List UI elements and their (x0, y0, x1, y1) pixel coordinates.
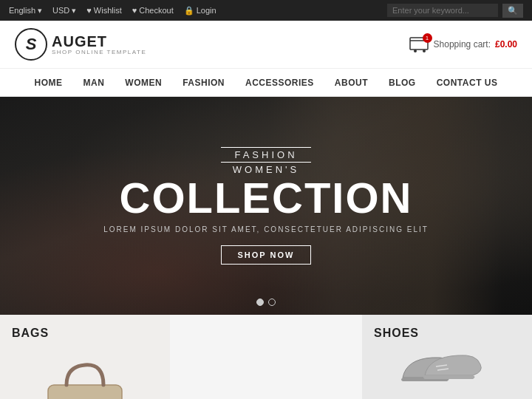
hero-section: FASHION WOMEN'S COLLECTION LOREM IPSUM D… (0, 97, 532, 315)
nav-man[interactable]: MAN (83, 78, 105, 88)
search-button[interactable]: 🔍 (502, 4, 523, 18)
belt-image (192, 386, 340, 399)
top-bar-right: 🔍 (387, 4, 523, 18)
cart-area[interactable]: 1 Shopping cart: £0.00 (409, 36, 517, 52)
nav-home[interactable]: HOME (35, 78, 63, 88)
hero-dot-1[interactable] (256, 299, 264, 306)
hero-title: COLLECTION (103, 177, 429, 219)
cart-icon: 1 (409, 36, 429, 52)
brand-name: AUGET (52, 33, 146, 50)
hero-description: LOREM IPSUM DOLOR SIT AMET, CONSECTETUER… (103, 225, 429, 233)
nav-contact[interactable]: CONTACT US (437, 78, 498, 88)
checkout-link[interactable]: ♥ Checkout (132, 6, 174, 15)
hero-content: FASHION WOMEN'S COLLECTION LOREM IPSUM D… (103, 147, 429, 265)
cart-label: Shopping cart: (434, 39, 491, 50)
lock-icon: 🔒 (184, 6, 194, 16)
product-bags[interactable]: BAGS (0, 315, 170, 399)
nav-blog[interactable]: BLOG (389, 78, 416, 88)
login-link[interactable]: 🔒 Login (184, 6, 216, 16)
main-nav: HOME MAN WOMEN FASHION ACCESSORIES ABOUT… (0, 69, 532, 97)
wishlist-link[interactable]: ♥ Wishlist (86, 6, 121, 15)
svg-point-2 (423, 50, 426, 52)
currency-label: USD (52, 6, 69, 15)
currency-selector[interactable]: USD ▾ (52, 6, 76, 16)
hero-pagination (256, 299, 276, 306)
svg-rect-3 (48, 385, 122, 399)
nav-women[interactable]: WOMEN (125, 78, 162, 88)
language-label: English (9, 6, 35, 15)
hero-dot-2[interactable] (268, 299, 276, 306)
checkout-icon: ♥ (132, 6, 137, 15)
bags-image (26, 344, 144, 399)
logo[interactable]: S AUGET SHOP ONLINE TEMPLATE (15, 28, 146, 61)
brand-tagline: SHOP ONLINE TEMPLATE (52, 50, 146, 56)
hero-cta-button[interactable]: SHOP NOW (221, 245, 312, 265)
cart-amount: £0.00 (495, 39, 517, 50)
product-belt[interactable]: BELT FOR MEN (170, 315, 362, 399)
shoes-label: SHOES (374, 327, 419, 340)
nav-fashion[interactable]: FASHION (183, 78, 225, 88)
bags-label: BAGS (12, 327, 49, 340)
currency-chevron-icon: ▾ (72, 6, 76, 16)
top-bar: English ▾ USD ▾ ♥ Wishlist ♥ Checkout 🔒 … (0, 0, 532, 21)
language-chevron-icon: ▾ (38, 6, 42, 16)
search-input[interactable] (387, 4, 498, 17)
hero-subtitle1: FASHION (221, 147, 310, 163)
nav-accessories[interactable]: ACCESSORIES (245, 78, 314, 88)
nav-about[interactable]: ABOUT (335, 78, 368, 88)
logo-text: AUGET SHOP ONLINE TEMPLATE (52, 33, 146, 56)
svg-point-1 (414, 50, 417, 52)
product-grid: BAGS (0, 315, 532, 399)
logo-icon: S (15, 28, 47, 61)
heart-icon: ♥ (86, 6, 92, 15)
cart-badge: 1 (423, 33, 432, 43)
top-bar-left: English ▾ USD ▾ ♥ Wishlist ♥ Checkout 🔒 … (9, 6, 216, 16)
product-shoes[interactable]: SHOES (362, 315, 532, 399)
header: S AUGET SHOP ONLINE TEMPLATE 1 Shopping … (0, 21, 532, 69)
language-selector[interactable]: English ▾ (9, 6, 42, 16)
